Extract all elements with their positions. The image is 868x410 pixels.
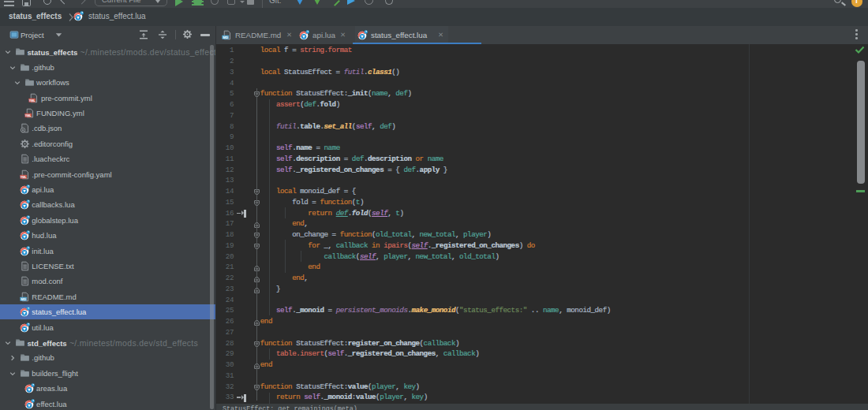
svg-text:MD: MD	[223, 35, 228, 39]
svg-text:YML: YML	[21, 175, 28, 178]
svg-text:YML: YML	[24, 114, 32, 117]
svg-text:MD: MD	[21, 296, 25, 300]
svg-text:YML: YML	[29, 99, 36, 102]
